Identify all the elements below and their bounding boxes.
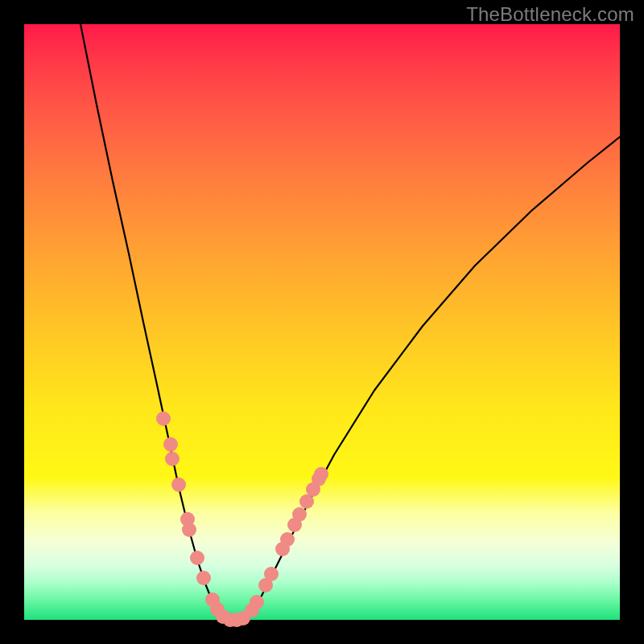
data-point: [182, 522, 196, 537]
chart-frame: TheBottleneck.com: [0, 0, 644, 644]
data-point: [280, 532, 295, 547]
data-point: [163, 437, 178, 452]
curve-group: [80, 24, 620, 620]
data-point: [250, 595, 264, 609]
plot-area: [24, 24, 620, 620]
curve-curve-left: [80, 24, 225, 618]
data-point: [314, 467, 328, 481]
data-point: [165, 452, 180, 466]
data-point: [171, 477, 186, 492]
data-point: [264, 567, 279, 581]
marker-group: [156, 411, 328, 627]
data-point: [190, 551, 204, 565]
data-point: [196, 571, 211, 585]
curve-curve-right: [245, 137, 620, 618]
watermark-text: TheBottleneck.com: [466, 3, 634, 26]
data-point: [156, 411, 171, 426]
chart-svg: [24, 24, 620, 620]
data-point: [292, 507, 307, 522]
